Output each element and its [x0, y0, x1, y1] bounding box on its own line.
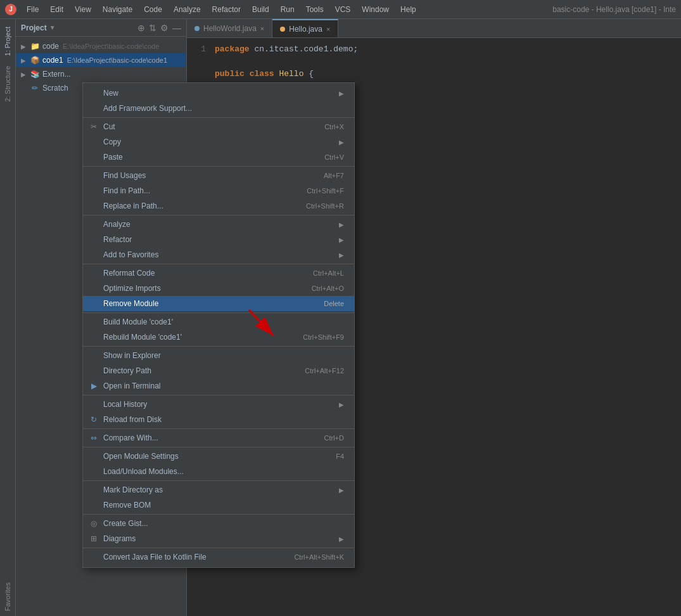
menu-directory-path[interactable]: Directory Path Ctrl+Alt+F12 [83, 363, 354, 378]
menu-add-favorites[interactable]: Add to Favorites ▶ [83, 247, 354, 262]
menu-file[interactable]: File [22, 4, 44, 15]
find-path-shortcut: Ctrl+Shift+F [307, 187, 344, 195]
collapse-icon[interactable]: ⇅ [149, 23, 156, 33]
menu-open-terminal[interactable]: ▶ Open in Terminal [83, 378, 354, 394]
module-settings-shortcut: F4 [336, 452, 344, 460]
menu-copy[interactable]: Copy ▶ [83, 134, 354, 150]
menu-mark-directory[interactable]: Mark Directory as ▶ [83, 482, 354, 497]
sidebar-tab-structure[interactable]: 2: Structure [1, 61, 14, 107]
line-num-1: 1 [187, 43, 206, 56]
tab-helloworld[interactable]: HelloWorld.java × [187, 19, 272, 37]
tree-label-external: Extern... [42, 70, 71, 79]
menu-tools[interactable]: Tools [301, 4, 329, 15]
new-arrow-icon: ▶ [339, 90, 344, 97]
menu-build-module[interactable]: Build Module 'code1' [83, 314, 354, 330]
menu-find-usages[interactable]: Find Usages Alt+F7 [83, 168, 354, 183]
helloworld-dot [194, 26, 200, 31]
menu-window[interactable]: Window [357, 4, 394, 15]
tab-hello[interactable]: Hello.java × [272, 19, 338, 37]
menu-convert-kotlin[interactable]: Convert Java File to Kotlin File Ctrl+Al… [83, 549, 354, 565]
menu-analyze[interactable]: Analyze ▶ [83, 217, 354, 232]
minimize-icon[interactable]: — [172, 23, 181, 33]
tree-item-code1[interactable]: ▶ 📦 code1 E:\IdeaProject\basic-code\code… [16, 53, 186, 67]
menu-run[interactable]: Run [276, 4, 300, 15]
menu-diagrams[interactable]: ⊞ Diagrams ▶ [83, 531, 354, 546]
folder-icon-code: 📁 [30, 42, 40, 51]
divider-3 [83, 215, 354, 215]
menu-analyze[interactable]: Analyze [169, 4, 206, 15]
menu-open-terminal-label: Open in Terminal [103, 382, 344, 390]
settings-icon[interactable]: ⚙ [160, 23, 169, 33]
menu-new-label: New [103, 89, 334, 98]
divider-6 [83, 346, 354, 347]
menu-reformat[interactable]: Reformat Code Ctrl+Alt+L [83, 266, 354, 281]
menu-paste[interactable]: Paste Ctrl+V [83, 150, 354, 165]
tab-hello-close[interactable]: × [326, 25, 330, 33]
menu-reload-disk[interactable]: ↻ Reload from Disk [83, 412, 354, 427]
menu-help[interactable]: Help [395, 4, 421, 15]
menu-copy-label: Copy [103, 138, 334, 146]
menu-add-framework[interactable]: Add Framework Support... [83, 101, 354, 116]
menu-compare-with[interactable]: ⇔ Compare With... Ctrl+D [83, 430, 354, 446]
menu-refactor[interactable]: Refactor [207, 4, 246, 15]
scratch-icon: ✏ [30, 84, 40, 93]
menu-optimize[interactable]: Optimize Imports Ctrl+Alt+O [83, 281, 354, 296]
optimize-shortcut: Ctrl+Alt+O [312, 285, 344, 292]
menu-rebuild-module[interactable]: Rebuild Module 'code1' Ctrl+Shift+F9 [83, 330, 354, 345]
sidebar-tab-project[interactable]: 1: Project [1, 22, 14, 61]
compare-icon: ⇔ [88, 433, 99, 442]
code-line-package: package cn.itcast.code1.demo; [215, 43, 681, 56]
menu-add-favorites-label: Add to Favorites [103, 250, 334, 259]
menu-replace-path[interactable]: Replace in Path... Ctrl+Shift+R [83, 198, 354, 214]
menu-bar[interactable]: File Edit View Navigate Code Analyze Ref… [22, 4, 421, 15]
cut-shortcut: Ctrl+X [324, 123, 344, 131]
analyze-arrow-icon: ▶ [339, 221, 344, 228]
context-menu: New ▶ Add Framework Support... ✂ Cut Ctr… [82, 82, 355, 568]
cut-icon: ✂ [88, 122, 99, 131]
menu-local-history-label: Local History [103, 400, 334, 409]
menu-view[interactable]: View [70, 4, 96, 15]
locate-icon[interactable]: ⊕ [137, 23, 145, 33]
module-icon-code1: 📦 [30, 56, 40, 65]
menu-find-path-label: Find in Path... [103, 186, 307, 195]
menu-cut[interactable]: ✂ Cut Ctrl+X [83, 119, 354, 134]
menu-create-gist[interactable]: ◎ Create Gist... [83, 516, 354, 531]
menu-open-module-settings[interactable]: Open Module Settings F4 [83, 449, 354, 464]
divider-1 [83, 117, 354, 118]
title-bar: J File Edit View Navigate Code Analyze R… [0, 0, 681, 19]
reload-icon: ↻ [88, 415, 99, 424]
menu-remove-bom[interactable]: Remove BOM [83, 497, 354, 513]
tree-item-code[interactable]: ▶ 📁 code E:\IdeaProject\basic-code\code [16, 39, 186, 53]
menu-load-unload[interactable]: Load/Unload Modules... [83, 464, 354, 479]
tree-path-code: E:\IdeaProject\basic-code\code [63, 42, 159, 50]
menu-rebuild-module-label: Rebuild Module 'code1' [103, 333, 303, 342]
directory-path-shortcut: Ctrl+Alt+F12 [305, 367, 344, 375]
tree-label-code: code [42, 42, 59, 51]
tab-helloworld-close[interactable]: × [260, 25, 264, 32]
menu-local-history[interactable]: Local History ▶ [83, 397, 354, 412]
mark-directory-arrow-icon: ▶ [339, 487, 344, 494]
menu-refactor[interactable]: Refactor ▶ [83, 232, 354, 247]
menu-edit[interactable]: Edit [45, 4, 68, 15]
sidebar-tab-favorites[interactable]: Favorites [1, 577, 14, 616]
menu-code[interactable]: Code [139, 4, 167, 15]
project-dropdown-arrow[interactable]: ▼ [49, 24, 56, 31]
menu-find-path[interactable]: Find in Path... Ctrl+Shift+F [83, 183, 354, 198]
menu-remove-module[interactable]: Remove Module Delete [83, 296, 354, 311]
menu-navigate[interactable]: Navigate [98, 4, 137, 15]
menu-build[interactable]: Build [247, 4, 274, 15]
tree-arrow-external: ▶ [21, 71, 30, 78]
menu-create-gist-label: Create Gist... [103, 519, 344, 528]
menu-open-module-settings-label: Open Module Settings [103, 452, 336, 461]
tree-item-external[interactable]: ▶ 📚 Extern... [16, 67, 186, 81]
menu-reload-disk-label: Reload from Disk [103, 415, 344, 424]
menu-show-explorer[interactable]: Show in Explorer [83, 348, 354, 363]
tree-label-scratch: Scratch [42, 84, 68, 93]
menu-vcs[interactable]: VCS [330, 4, 356, 15]
menu-find-usages-label: Find Usages [103, 171, 324, 180]
paste-shortcut: Ctrl+V [324, 153, 344, 161]
diagrams-arrow-icon: ▶ [339, 536, 344, 542]
menu-new[interactable]: New ▶ [83, 86, 354, 101]
tree-label-code1: code1 [42, 56, 63, 65]
app-logo: J [5, 4, 16, 15]
